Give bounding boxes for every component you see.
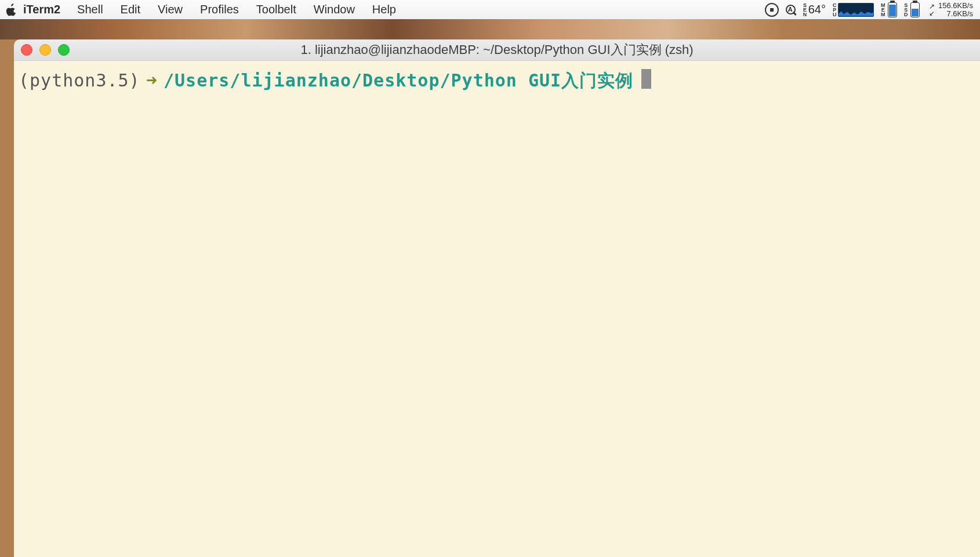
terminal-cursor [641, 69, 651, 89]
net-up-arrow-icon: ↗ [929, 3, 935, 10]
ssd-gauge-icon [910, 2, 920, 17]
window-titlebar[interactable]: 1. lijianzhao@lijianzhaodeMBP: ~/Desktop… [14, 39, 980, 61]
sensor-widget[interactable]: SEN 64° [803, 3, 826, 17]
current-directory: /Users/lijianzhao/Desktop/Python GUI入门实例 [164, 69, 633, 92]
virtualenv-name: (python3.5) [19, 69, 140, 92]
menu-shell[interactable]: Shell [77, 3, 103, 16]
close-button[interactable] [21, 44, 32, 56]
net-down-arrow-icon: ↙ [929, 10, 935, 17]
prompt-line: (python3.5) ➜ /Users/lijianzhao/Desktop/… [19, 67, 975, 92]
network-download-speed: 7.6KB/s [938, 10, 973, 18]
terminal-body[interactable]: (python3.5) ➜ /Users/lijianzhao/Desktop/… [14, 61, 980, 557]
desktop-wallpaper [0, 19, 980, 39]
active-app-name[interactable]: iTerm2 [23, 3, 60, 16]
memory-widget[interactable]: MEM [881, 2, 897, 17]
menu-window[interactable]: Window [314, 3, 355, 16]
menu-view[interactable]: View [158, 3, 183, 16]
menu-toolbelt[interactable]: Toolbelt [256, 3, 296, 16]
window-controls [21, 44, 77, 56]
zoom-button[interactable] [58, 44, 70, 56]
prompt-arrow-icon: ➜ [146, 68, 158, 92]
apple-menu-icon[interactable] [0, 3, 23, 16]
minimize-button[interactable] [39, 44, 51, 56]
menu-profiles[interactable]: Profiles [200, 3, 239, 16]
menu-help[interactable]: Help [372, 3, 396, 16]
macos-menubar: iTerm2 Shell Edit View Profiles Toolbelt… [0, 0, 980, 20]
stop-icon[interactable] [765, 3, 779, 17]
window-title: 1. lijianzhao@lijianzhaodeMBP: ~/Desktop… [14, 41, 980, 59]
cpu-graph-icon [838, 3, 874, 17]
network-upload-speed: 156.6KB/s [938, 2, 973, 10]
cpu-widget[interactable]: CPU [833, 3, 874, 17]
terminal-window: 1. lijianzhao@lijianzhaodeMBP: ~/Desktop… [14, 39, 980, 557]
memory-gauge-icon [888, 2, 897, 17]
network-widget[interactable]: ↗ ↙ 156.6KB/s 7.6KB/s [927, 2, 977, 18]
search-icon[interactable]: A [786, 5, 796, 15]
ssd-widget[interactable]: SSD [904, 2, 920, 17]
menu-edit[interactable]: Edit [121, 3, 140, 16]
temperature-value: 64° [808, 3, 826, 16]
